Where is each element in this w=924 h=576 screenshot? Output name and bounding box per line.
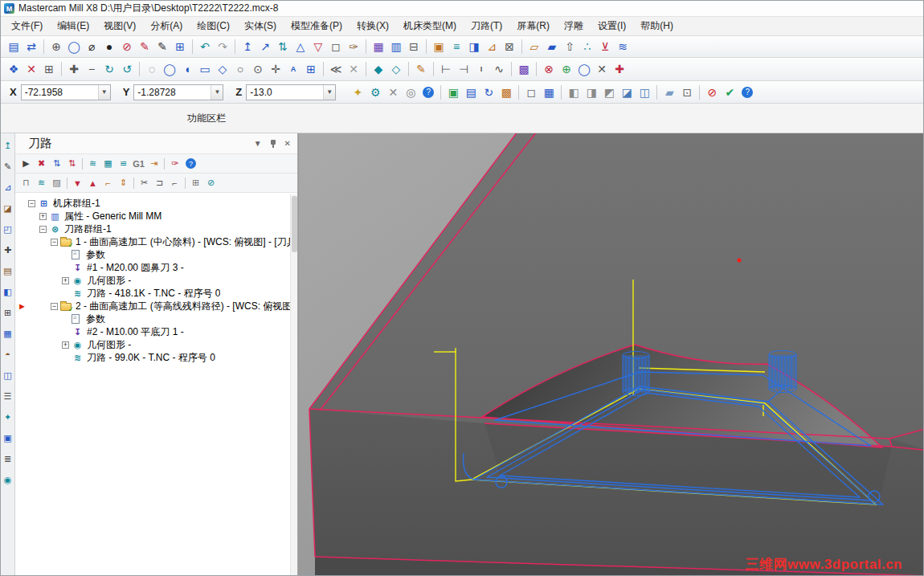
menu-item[interactable]: 模型准备(P) (284, 17, 350, 35)
graphics-viewport[interactable]: 三维网www.3dportal.cn (298, 133, 923, 575)
toolbar-icon[interactable]: ✚ (2, 243, 14, 256)
tree-expander[interactable]: + (62, 277, 69, 284)
toolbar-icon[interactable]: ✚ (611, 61, 628, 77)
tree-item[interactable]: −⊞机床群组-1 (15, 197, 297, 210)
toolbar-icon[interactable]: A (285, 61, 301, 77)
toolbar-icon[interactable]: ▭ (197, 61, 213, 77)
help-icon[interactable]: ? (186, 158, 196, 169)
toolbar-icon[interactable]: ◓ (2, 348, 14, 361)
toolbar-icon[interactable]: ◯ (576, 61, 592, 77)
y-dropdown-arrow-icon[interactable]: ▼ (211, 85, 223, 100)
shading-cube-icon[interactable]: ◨ (583, 84, 599, 100)
toolbar-icon[interactable]: ⇅ (50, 157, 63, 170)
tree-expander[interactable]: + (39, 213, 47, 220)
scrollbar-thumb[interactable] (292, 196, 297, 252)
toolbar-icon[interactable]: ✕ (23, 61, 39, 77)
toolbar-icon[interactable]: ◇ (215, 61, 231, 77)
toolbar-icon[interactable]: ▩ (498, 84, 514, 100)
y-coordinate-input[interactable] (134, 87, 211, 98)
menu-item[interactable]: 视图(V) (96, 17, 143, 35)
menu-item[interactable]: 浮雕 (557, 17, 591, 35)
toolbar-icon[interactable]: ⌐ (101, 176, 115, 190)
move-insert-up-icon[interactable]: ▲ (86, 176, 100, 190)
select-all-operations-icon[interactable]: ▶ (19, 157, 33, 170)
tree-item[interactable]: ►−2 - 曲面高速加工 (等高线残料路径) - [WCS: 俯视图 (15, 300, 297, 313)
toolbar-icon[interactable]: ∴ (579, 39, 595, 55)
toolbar-icon[interactable]: ▨ (50, 176, 63, 190)
menu-item[interactable]: 转换(X) (350, 17, 396, 35)
toolbar-icon[interactable]: ✕ (345, 61, 362, 77)
toolbar-icon[interactable]: ▱ (526, 39, 542, 55)
toolbar-icon[interactable]: ⊘ (119, 39, 135, 55)
toolbar-icon[interactable]: ◧ (2, 285, 14, 298)
toolbar-icon[interactable]: I (473, 61, 489, 77)
tree-item[interactable]: +◉几何图形 - (15, 338, 297, 351)
toolbar-icon[interactable]: ▦ (101, 157, 115, 170)
toolbar-icon[interactable]: ≋ (615, 39, 631, 55)
tree-expander[interactable]: − (51, 303, 58, 310)
menu-item[interactable]: 实体(S) (237, 17, 284, 35)
toolbar-icon[interactable]: ✦ (350, 84, 366, 100)
toolbar-icon[interactable]: ⊞ (2, 306, 14, 319)
menu-item[interactable]: 文件(F) (4, 17, 50, 35)
tree-item[interactable]: −1 - 曲面高速加工 (中心除料) - [WCS: 俯视图] - [刀具 (15, 235, 297, 248)
toolbar-icon[interactable]: ◰ (2, 223, 14, 235)
toolbar-icon[interactable]: ⇅ (65, 157, 79, 170)
menu-item[interactable]: 屏幕(R) (509, 17, 557, 35)
toolbar-icon[interactable]: ▣ (2, 431, 14, 444)
menu-item[interactable]: 编辑(E) (50, 17, 96, 35)
toolbar-icon[interactable]: ▩ (516, 61, 532, 77)
stop-icon[interactable]: ⊘ (704, 84, 720, 100)
toolbar-icon[interactable]: ▣ (445, 84, 461, 100)
shading-cube-icon[interactable]: ◩ (601, 84, 617, 100)
toolbar-icon[interactable]: ≣ (2, 452, 14, 465)
toolbar-icon[interactable]: ✎ (154, 39, 170, 55)
toolbar-icon[interactable]: ◻ (523, 84, 539, 100)
toolbar-icon[interactable]: ⊿ (484, 39, 500, 55)
lock-icon[interactable]: ⊓ (19, 176, 33, 190)
toolbar-icon[interactable]: ☰ (2, 390, 14, 402)
tree-item[interactable]: ≋刀路 - 418.1K - T.NC - 程序号 0 (15, 287, 297, 300)
toolbar-icon[interactable]: ◉ (2, 473, 14, 486)
toolbar-icon[interactable]: ▰ (544, 39, 560, 55)
toolbar-icon[interactable]: ≋ (35, 176, 48, 190)
toolbar-icon[interactable]: ▤ (463, 84, 479, 100)
tree-item[interactable]: +▥属性 - Generic Mill MM (15, 210, 297, 223)
toolbar-icon[interactable]: ⇧ (562, 39, 578, 55)
help-icon[interactable]: ? (742, 87, 753, 98)
pin-icon[interactable] (269, 139, 277, 149)
toolbar-icon[interactable]: ○ (232, 61, 248, 77)
toolbar-icon[interactable]: ≪ (328, 61, 344, 77)
toolbar-icon[interactable]: ⊕ (48, 39, 64, 55)
toolbar-icon[interactable]: ⊡ (679, 84, 695, 100)
toolbar-icon[interactable]: ⊗ (541, 61, 557, 77)
z-coordinate-input[interactable] (247, 87, 323, 98)
toolbar-icon[interactable]: ✎ (137, 39, 153, 55)
toolbar-icon[interactable]: △ (292, 39, 309, 55)
toolbar-icon[interactable]: ▤ (2, 264, 14, 277)
menu-item[interactable]: 机床类型(M) (396, 17, 464, 35)
file-transfer-icon[interactable]: ⇄ (23, 39, 39, 55)
toolbar-icon[interactable]: ◨ (466, 39, 482, 55)
toolbar-icon[interactable]: ▣ (431, 39, 447, 55)
toolbar-icon[interactable]: ⊞ (41, 61, 57, 77)
menu-item[interactable]: 刀路(T) (464, 17, 509, 35)
tree-expander[interactable]: − (28, 200, 35, 207)
panel-scrollbar[interactable] (290, 194, 297, 575)
toolbar-icon[interactable]: ◯ (161, 61, 178, 77)
toolbar-icon[interactable]: ❖ (6, 61, 22, 77)
toolbar-icon[interactable]: ↻ (101, 61, 117, 77)
x-coordinate-input[interactable] (22, 87, 98, 98)
toolbar-icon[interactable]: ⊻ (597, 39, 613, 55)
paste-icon[interactable]: ⌐ (168, 176, 182, 190)
toolbar-icon[interactable]: ⊕ (558, 61, 574, 77)
toolbar-icon[interactable]: ◫ (2, 369, 14, 382)
toolbar-icon[interactable]: ⊘ (204, 176, 218, 190)
gear-icon[interactable]: ⚙ (367, 84, 383, 100)
toolbar-icon[interactable]: ⊞ (172, 39, 188, 55)
menu-item[interactable]: 帮助(H) (633, 17, 681, 35)
toolbar-icon[interactable]: ⊟ (406, 39, 422, 55)
toolbar-icon[interactable]: ↥ (2, 139, 14, 152)
tree-item[interactable]: +◉几何图形 - (15, 274, 297, 287)
toolbar-icon[interactable]: ✚ (66, 61, 82, 77)
